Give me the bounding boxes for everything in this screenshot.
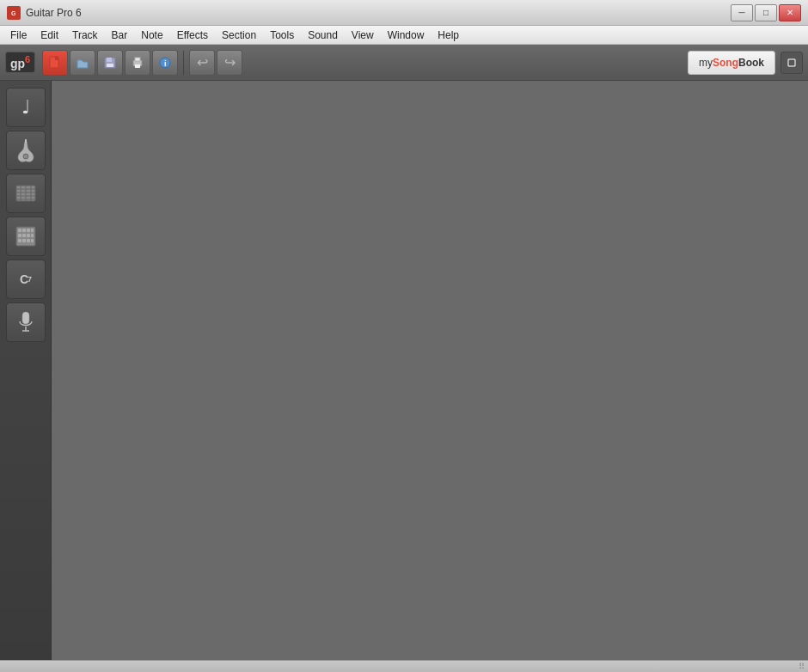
main-content: ♩ xyxy=(0,81,808,660)
svg-rect-26 xyxy=(31,229,34,232)
svg-point-12 xyxy=(23,154,28,159)
score-button[interactable] xyxy=(6,174,46,213)
gp-logo: gp6 xyxy=(5,52,35,73)
mysongbook-my: my xyxy=(699,57,713,69)
toolbar: gp6 i ↩ ↪ my xyxy=(0,45,808,81)
svg-rect-29 xyxy=(27,234,30,237)
svg-rect-5 xyxy=(107,58,112,62)
mysongbook-button[interactable]: mySongBook xyxy=(688,51,775,75)
svg-rect-31 xyxy=(18,239,21,242)
save-button[interactable] xyxy=(97,50,123,76)
menu-item-help[interactable]: Help xyxy=(431,27,466,43)
undo-button[interactable]: ↩ xyxy=(189,50,215,76)
svg-rect-32 xyxy=(22,239,26,242)
new-button[interactable] xyxy=(42,50,68,76)
maximize-button[interactable]: □ xyxy=(755,4,777,21)
title-text: Guitar Pro 6 xyxy=(26,7,82,19)
svg-rect-30 xyxy=(31,234,34,237)
redo-button[interactable]: ↪ xyxy=(217,50,242,76)
svg-rect-23 xyxy=(18,229,21,232)
svg-rect-25 xyxy=(27,229,30,232)
window-controls: ─ □ ✕ xyxy=(731,4,801,21)
mixer-button[interactable] xyxy=(6,217,46,256)
chord-button[interactable]: C7 xyxy=(6,260,46,299)
title-bar: G Guitar Pro 6 ─ □ ✕ xyxy=(0,0,808,26)
svg-rect-27 xyxy=(18,234,21,237)
svg-rect-8 xyxy=(135,58,140,61)
menu-item-note[interactable]: Note xyxy=(134,27,169,43)
minimize-button[interactable]: ─ xyxy=(731,4,753,21)
note-mode-button[interactable]: ♩ xyxy=(6,88,46,127)
expand-button[interactable] xyxy=(780,52,803,74)
status-bar: ⠿ xyxy=(0,660,808,672)
menu-item-window[interactable]: Window xyxy=(381,27,432,43)
svg-rect-33 xyxy=(27,239,30,242)
menu-item-track[interactable]: Track xyxy=(65,27,105,43)
close-button[interactable]: ✕ xyxy=(779,4,801,21)
svg-rect-6 xyxy=(107,64,113,67)
app-icon: G xyxy=(7,6,21,20)
menu-item-effects[interactable]: Effects xyxy=(170,27,215,43)
info-button[interactable]: i xyxy=(152,50,178,76)
menu-bar: FileEditTrackBarNoteEffectsSectionToolsS… xyxy=(0,26,808,45)
resize-handle[interactable]: ⠿ xyxy=(799,662,805,671)
menu-item-section[interactable]: Section xyxy=(215,27,263,43)
menu-item-bar[interactable]: Bar xyxy=(105,27,135,43)
microphone-button[interactable] xyxy=(6,302,46,342)
menu-item-file[interactable]: File xyxy=(3,27,34,43)
menu-item-sound[interactable]: Sound xyxy=(301,27,345,43)
svg-rect-34 xyxy=(31,239,34,242)
menu-item-edit[interactable]: Edit xyxy=(34,27,65,43)
title-bar-left: G Guitar Pro 6 xyxy=(7,6,82,20)
svg-rect-24 xyxy=(22,229,26,232)
svg-rect-9 xyxy=(135,64,140,68)
print-button[interactable] xyxy=(125,50,150,76)
main-canvas xyxy=(52,81,808,660)
menu-item-tools[interactable]: Tools xyxy=(263,27,301,43)
svg-rect-35 xyxy=(22,312,29,324)
svg-rect-3 xyxy=(55,57,58,60)
separator-1 xyxy=(183,51,184,75)
mysongbook-song: Song xyxy=(713,57,738,69)
svg-text:i: i xyxy=(164,59,167,68)
menu-item-view[interactable]: View xyxy=(345,27,381,43)
open-button[interactable] xyxy=(70,50,95,76)
svg-text:G: G xyxy=(11,10,16,16)
guitar-button[interactable] xyxy=(6,131,46,170)
left-sidebar: ♩ xyxy=(0,81,52,660)
mysongbook-book: Book xyxy=(738,57,764,69)
svg-rect-28 xyxy=(22,234,26,237)
